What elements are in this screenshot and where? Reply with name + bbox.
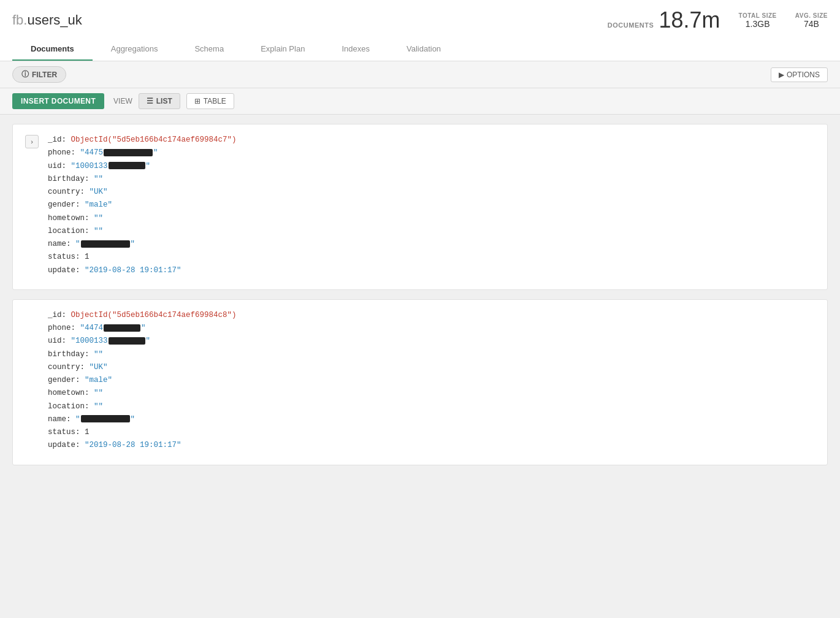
- total-size-label: TOTAL SIZE: [739, 12, 777, 19]
- tab-documents[interactable]: Documents: [12, 38, 93, 61]
- redacted-value: [81, 240, 130, 248]
- options-button[interactable]: ▶ OPTIONS: [771, 67, 828, 82]
- field-gender: gender: "male": [48, 199, 237, 212]
- list-view-button[interactable]: ☰ LIST: [139, 93, 180, 109]
- avg-size-label: AVG. SIZE: [795, 12, 828, 19]
- field-hometown: hometown: "": [48, 387, 237, 400]
- filter-label: FILTER: [32, 71, 57, 79]
- action-bar: INSERT DOCUMENT VIEW ☰ LIST ⊞ TABLE: [0, 88, 840, 115]
- field-birthday: birthday: "": [48, 173, 237, 186]
- documents-label: DOCUMENTS: [608, 21, 654, 29]
- tabs-row: Documents Aggregations Schema Explain Pl…: [12, 38, 828, 61]
- doc-fields: _id: ObjectId("5d5eb166b4c174aef69984c8"…: [25, 309, 237, 452]
- field-id: _id: ObjectId("5d5eb166b4c174aef69984c7"…: [48, 134, 237, 147]
- tab-explain-plan[interactable]: Explain Plan: [242, 38, 323, 61]
- field-status: status: 1: [48, 251, 237, 264]
- stats-area: DOCUMENTS 18.7m TOTAL SIZE 1.3GB AVG. SI…: [608, 7, 828, 33]
- total-size-stat: TOTAL SIZE 1.3GB: [739, 12, 777, 29]
- redacted-value: [104, 149, 153, 156]
- document-card: › _id: ObjectId("5d5eb166b4c174aef69984c…: [12, 124, 828, 290]
- documents-value: 18.7m: [659, 7, 720, 33]
- total-size-value: 1.3GB: [746, 19, 770, 29]
- redacted-value: [109, 337, 145, 345]
- field-gender: gender: "male": [48, 374, 237, 387]
- filter-info-icon: ⓘ: [21, 69, 29, 80]
- field-name: name: " ": [48, 238, 237, 251]
- avg-size-stat: AVG. SIZE 74B: [795, 12, 828, 29]
- field-location: location: "": [48, 225, 237, 238]
- doc-row: _id: ObjectId("5d5eb166b4c174aef69984c8"…: [25, 309, 815, 452]
- field-hometown: hometown: "": [48, 212, 237, 225]
- doc-row: › _id: ObjectId("5d5eb166b4c174aef69984c…: [25, 134, 815, 277]
- collection-title: fb.users_uk: [12, 12, 82, 28]
- tab-schema[interactable]: Schema: [176, 38, 242, 61]
- redacted-value: [109, 162, 145, 169]
- field-country: country: "UK": [48, 361, 237, 374]
- doc-fields: _id: ObjectId("5d5eb166b4c174aef69984c7"…: [48, 134, 237, 277]
- redacted-value: [104, 324, 140, 332]
- field-phone: phone: "4474 ": [48, 322, 237, 335]
- options-arrow-icon: ▶: [779, 71, 784, 79]
- title-prefix: fb.: [12, 12, 27, 28]
- redacted-value: [81, 415, 130, 422]
- field-location: location: "": [48, 400, 237, 413]
- filter-toolbar: ⓘ FILTER ▶ OPTIONS: [0, 61, 840, 88]
- field-phone: phone: "4475 ": [48, 147, 237, 159]
- title-name: users_uk: [27, 12, 82, 28]
- table-view-button[interactable]: ⊞ TABLE: [186, 93, 234, 109]
- field-birthday: birthday: "": [48, 348, 237, 361]
- title-row: fb.users_uk DOCUMENTS 18.7m TOTAL SIZE 1…: [12, 0, 828, 33]
- table-icon: ⊞: [194, 97, 200, 105]
- tab-validation[interactable]: Validation: [388, 38, 459, 61]
- field-status: status: 1: [48, 426, 237, 439]
- document-card: _id: ObjectId("5d5eb166b4c174aef69984c8"…: [12, 299, 828, 465]
- expand-button[interactable]: ›: [25, 135, 39, 148]
- field-update: update: "2019-08-28 19:01:17": [48, 264, 237, 277]
- field-uid: uid: "1000133 ": [48, 335, 237, 348]
- field-update: update: "2019-08-28 19:01:17": [48, 439, 237, 452]
- tab-indexes[interactable]: Indexes: [323, 38, 388, 61]
- content-area: › _id: ObjectId("5d5eb166b4c174aef69984c…: [0, 115, 840, 544]
- list-label: LIST: [156, 97, 172, 105]
- field-name: name: " ": [48, 413, 237, 426]
- app-header: fb.users_uk DOCUMENTS 18.7m TOTAL SIZE 1…: [0, 0, 840, 61]
- tab-aggregations[interactable]: Aggregations: [93, 38, 177, 61]
- documents-stat: DOCUMENTS 18.7m: [608, 7, 720, 33]
- options-label: OPTIONS: [787, 71, 820, 79]
- list-icon: ☰: [147, 97, 153, 105]
- field-uid: uid: "1000133 ": [48, 160, 237, 173]
- avg-size-value: 74B: [804, 19, 819, 29]
- view-label: VIEW: [113, 97, 132, 105]
- insert-document-button[interactable]: INSERT DOCUMENT: [12, 93, 104, 109]
- filter-button[interactable]: ⓘ FILTER: [12, 66, 66, 83]
- field-country: country: "UK": [48, 186, 237, 199]
- field-id: _id: ObjectId("5d5eb166b4c174aef69984c8"…: [48, 309, 237, 322]
- table-label: TABLE: [204, 97, 226, 105]
